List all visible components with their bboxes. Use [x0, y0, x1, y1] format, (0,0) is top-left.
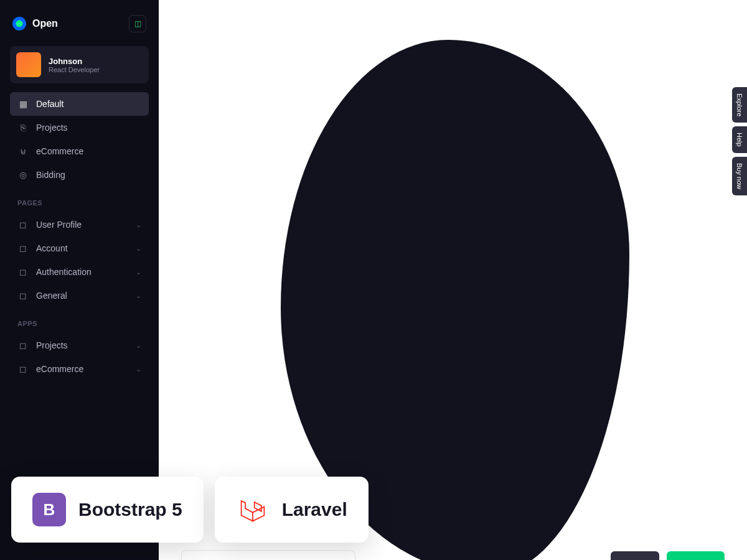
nav-item-authentication[interactable]: ◻ Authentication ⌄ — [10, 260, 149, 284]
page-icon: ◻ — [17, 243, 29, 254]
nav-item-ecommerce[interactable]: ⊌ eCommerce — [10, 139, 149, 163]
nav-item-general[interactable]: ◻ General ⌄ — [10, 284, 149, 307]
chevron-down-icon: ⌄ — [136, 342, 141, 350]
search-field[interactable] — [202, 558, 346, 561]
nav-item-default[interactable]: ▦ Default — [10, 92, 149, 116]
user-card[interactable]: Johnson React Developer — [10, 46, 149, 83]
page-icon: ◻ — [17, 340, 29, 351]
nav-item-ecommerce[interactable]: ◻ eCommerce ⌄ — [10, 357, 149, 381]
sidebar-chart-icon[interactable]: ◫ — [129, 15, 146, 32]
bag-icon: ⊌ — [17, 146, 29, 157]
nav-item-user profile[interactable]: ◻ User Profile ⌄ — [10, 213, 149, 236]
logo-icon — [12, 17, 26, 30]
page-icon: ◻ — [17, 266, 29, 278]
side-tab-help[interactable]: Help — [732, 126, 747, 153]
nav-item-bidding[interactable]: ◎ Bidding — [10, 163, 149, 187]
chevron-down-icon: ⌄ — [136, 292, 141, 300]
bootstrap-icon: B — [32, 493, 66, 526]
sidebar: Open ◫ Johnson React Developer ▦ Default… — [0, 0, 159, 560]
chevron-down-icon: ⌄ — [136, 221, 141, 229]
grid-icon: ▦ — [17, 98, 29, 110]
brand-logo[interactable]: Open — [12, 17, 58, 30]
nav-item-account[interactable]: ◻ Account ⌄ — [10, 236, 149, 260]
nav-item-projects[interactable]: ⎘ Projects — [10, 116, 149, 139]
user-role: React Developer — [49, 66, 100, 73]
avatar — [16, 52, 41, 77]
invite-button[interactable]: ＋ Invite — [611, 551, 659, 560]
create-app-button[interactable]: Create App — [667, 551, 725, 560]
section-pages-label: PAGES — [10, 190, 149, 209]
search-icon: ⌕ — [190, 557, 197, 560]
tech-name: Bootstrap 5 — [78, 499, 182, 520]
brand-name: Open — [32, 18, 58, 29]
page-icon: ◻ — [17, 290, 29, 301]
tech-card-laravel: Laravel — [215, 477, 369, 543]
chevron-down-icon: ⌄ — [136, 365, 141, 373]
target-icon: ◎ — [17, 169, 29, 180]
chevron-down-icon: ⌄ — [136, 245, 141, 253]
nav-item-projects[interactable]: ◻ Projects ⌄ — [10, 334, 149, 357]
laravel-icon — [236, 493, 270, 526]
main-content: ⌕ ＋ Invite Create App Account ⌂ › Accoun… — [159, 0, 747, 560]
tech-name: Laravel — [282, 499, 347, 520]
clipboard-icon: ⎘ — [17, 122, 29, 133]
search-input[interactable]: ⌕ — [181, 550, 355, 560]
user-name: Johnson — [49, 57, 100, 66]
chevron-down-icon: ⌄ — [136, 268, 141, 276]
tech-card-bootstrap: B Bootstrap 5 — [11, 477, 204, 543]
page-icon: ◻ — [17, 219, 29, 230]
side-tab-buy now[interactable]: Buy now — [732, 157, 747, 195]
side-tab-explore[interactable]: Explore — [732, 87, 747, 123]
section-apps-label: APPS — [10, 311, 149, 330]
plus-icon: ＋ — [619, 557, 627, 560]
page-icon: ◻ — [17, 363, 29, 375]
